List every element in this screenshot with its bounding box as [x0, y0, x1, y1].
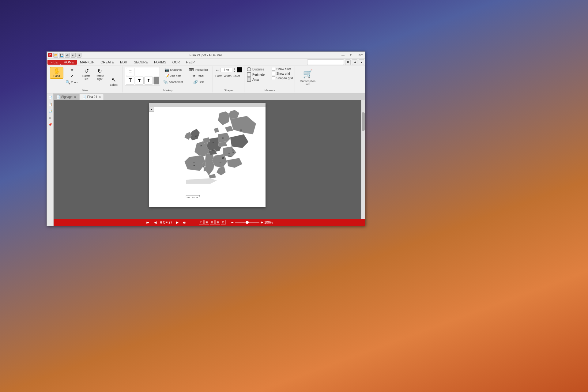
- scrollbar-thumb[interactable]: [362, 112, 365, 131]
- menu-edit[interactable]: EDIT: [117, 60, 131, 65]
- tab-fisa21-close[interactable]: ✕: [99, 96, 101, 99]
- vertical-scrollbar[interactable]: [361, 100, 365, 219]
- view-continuous-button[interactable]: ⊞: [204, 220, 209, 225]
- attachment-button[interactable]: 📎 Attachment: [161, 79, 185, 85]
- text-small-button[interactable]: T: [144, 77, 153, 85]
- px-select[interactable]: 1px: [221, 68, 232, 72]
- expand-button[interactable]: ◂: [352, 59, 357, 65]
- view-facing2-button[interactable]: ⊠: [215, 220, 220, 225]
- text-select-button[interactable]: ☰: [126, 68, 134, 76]
- menu-create[interactable]: CREATE: [97, 60, 117, 65]
- zoom-button[interactable]: 🔍 Zoom: [64, 79, 79, 85]
- rotate-left-label: Rotateleft: [82, 74, 91, 81]
- rotate-right-button[interactable]: ↻ Rotateright: [94, 67, 106, 82]
- snap-to-grid-checkbox[interactable]: [272, 76, 275, 80]
- tab-fisa21-icon: 📄: [82, 95, 86, 99]
- status-bar: ⏮ ◀ 6 OF 27 ▶ ⏭ □ ⊞ ⊟ ⊠ ⊡ − +: [54, 219, 365, 226]
- view-mode-buttons: □ ⊞ ⊟ ⊠ ⊡: [199, 220, 226, 225]
- doc-container[interactable]: •: [54, 100, 361, 219]
- next-page-button[interactable]: ▶: [175, 220, 180, 225]
- prev-page-button[interactable]: ◀: [153, 220, 158, 225]
- main-area: 📄 📋 📑 ≡ 📌 📄 Signage ✕ 📄 Fisa 21 ✕: [47, 93, 365, 226]
- menu-secure[interactable]: SECURE: [131, 60, 151, 65]
- panel-btn-1[interactable]: 📄: [47, 95, 53, 100]
- settings-button[interactable]: ⚙: [345, 59, 351, 65]
- menu-ocr[interactable]: OCR: [169, 60, 183, 65]
- view-full-button[interactable]: ⊡: [221, 220, 226, 225]
- ribbon-expand-button[interactable]: ▲: [360, 52, 364, 56]
- panel-btn-2[interactable]: 📋: [47, 101, 53, 107]
- area-item[interactable]: Area: [247, 77, 266, 82]
- toolbar-redo[interactable]: ↪: [77, 53, 81, 58]
- form-label: Form: [215, 74, 222, 78]
- zoom-percent: 100%: [264, 221, 273, 224]
- toolbar-save[interactable]: 💾: [59, 53, 64, 58]
- view-facing-button[interactable]: ⊟: [210, 220, 215, 225]
- perimeter-label: Perimeter: [252, 73, 266, 76]
- subscription-group-content: 🛒 Subscriptioninfo: [297, 67, 318, 92]
- subscription-icon[interactable]: 🛒: [303, 69, 313, 79]
- zoom-slider[interactable]: [235, 222, 259, 223]
- search-input[interactable]: [307, 59, 344, 65]
- px-spinners: ▲ ▼: [233, 68, 236, 72]
- zoom-out-button[interactable]: −: [231, 220, 234, 225]
- show-ruler-row: Show ruler: [272, 67, 293, 71]
- toolbar-print[interactable]: 🖨: [65, 53, 70, 58]
- add-note-button[interactable]: 📝 Add note: [161, 73, 185, 79]
- europe-map-svg: 13• 6a 6a ⊙ ⊙ 15• ⊙ 3• ⊙ ⊙ 10•: [149, 107, 266, 207]
- tab-fisa21[interactable]: 📄 Fisa 21 ✕: [80, 94, 104, 100]
- panel-btn-3[interactable]: 📑: [47, 108, 53, 114]
- link-button[interactable]: 🔗 Link: [186, 79, 211, 85]
- last-page-button[interactable]: ⏭: [182, 220, 187, 225]
- snapshot-button[interactable]: 📷 Snapshot: [161, 67, 185, 73]
- text-large-button[interactable]: T: [126, 77, 134, 85]
- area-label: Area: [252, 78, 259, 81]
- svg-text:⊙: ⊙: [212, 149, 214, 151]
- fit-page-button[interactable]: ⤢: [64, 73, 79, 79]
- panel-btn-4[interactable]: ≡: [47, 115, 53, 120]
- menu-help[interactable]: HELP: [183, 60, 198, 65]
- color-swatch[interactable]: [237, 67, 242, 73]
- px-up[interactable]: ▲: [233, 68, 236, 70]
- rotate-left-button[interactable]: ↺ Rotateleft: [80, 67, 93, 82]
- tab-signage[interactable]: 📄 Signage ✕: [54, 94, 79, 100]
- select-button[interactable]: ↖ Select: [107, 76, 120, 88]
- app-window: P 📂 💾 🖨 ↩ ↪ Fisa 21.pdf - PDF Pro — □ ✕ …: [47, 51, 365, 226]
- edit-group-label: Shapes: [213, 89, 244, 92]
- more-button[interactable]: ▸: [359, 59, 364, 65]
- svg-text:⊙: ⊙: [222, 137, 224, 139]
- select-label: Select: [110, 83, 118, 86]
- text-medium-button[interactable]: T: [135, 77, 144, 85]
- snap-to-grid-label: Snap to grid: [276, 77, 293, 80]
- px-down[interactable]: ▼: [233, 70, 236, 72]
- select-icon: ↖: [111, 77, 116, 83]
- measure-checkboxes: Show ruler Show grid Snap to grid: [272, 67, 293, 82]
- menu-file[interactable]: FILE: [47, 60, 61, 65]
- menu-home[interactable]: HOME: [61, 60, 77, 65]
- show-ruler-checkbox[interactable]: [272, 67, 275, 71]
- show-grid-checkbox[interactable]: [272, 72, 275, 75]
- distance-item[interactable]: Distance: [247, 67, 266, 71]
- toolbar-undo[interactable]: ↩: [71, 53, 76, 58]
- maximize-button[interactable]: □: [347, 53, 355, 58]
- perimeter-item[interactable]: Perimeter: [247, 72, 266, 77]
- menu-forms[interactable]: FORMS: [151, 60, 169, 65]
- minimize-button[interactable]: —: [339, 53, 347, 58]
- hand-button[interactable]: ✋ Hand: [50, 67, 63, 79]
- tab-signage-close[interactable]: ✕: [74, 96, 76, 99]
- svg-text:⊙: ⊙: [193, 161, 195, 164]
- svg-text:15•: 15•: [222, 157, 225, 159]
- title-bar-controls: — □ ✕: [339, 53, 364, 58]
- panel-btn-5[interactable]: 📌: [47, 122, 53, 127]
- doc-scroll-area: •: [54, 100, 365, 219]
- text-color-button[interactable]: [153, 77, 159, 85]
- typewriter-button[interactable]: ⌨ TypeWriter: [186, 67, 211, 73]
- pencil-button[interactable]: ✏ Pencil: [186, 73, 211, 79]
- menu-markup[interactable]: MARKUP: [77, 60, 97, 65]
- zoom-area: − + 100%: [231, 220, 273, 225]
- first-page-button[interactable]: ⏮: [145, 220, 150, 225]
- view-single-button[interactable]: □: [199, 220, 204, 225]
- zoom-in-button[interactable]: +: [261, 220, 263, 225]
- toolbar-open[interactable]: 📂: [53, 53, 58, 58]
- fit-width-button[interactable]: ⇔: [64, 67, 79, 73]
